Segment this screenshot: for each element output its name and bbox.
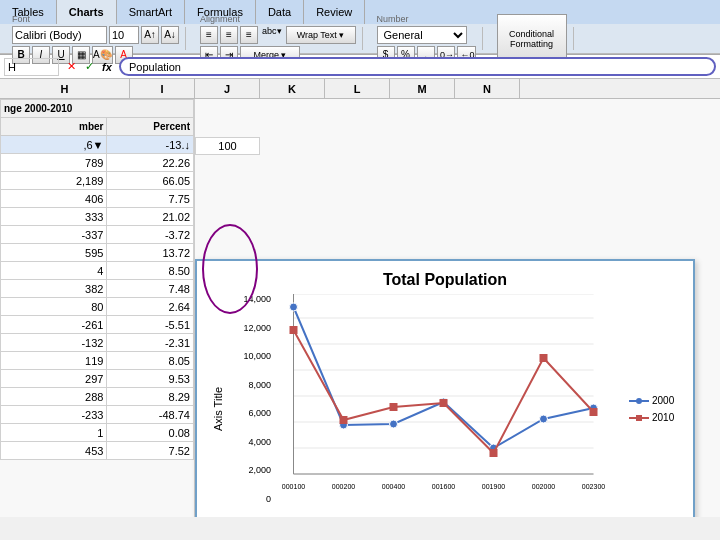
cell-num-15[interactable]: 288 xyxy=(1,388,107,406)
x-tick-1: 000100 xyxy=(282,483,305,490)
legend-icon-2010 xyxy=(629,413,649,423)
series-2010-dot-2 xyxy=(340,416,348,424)
series-2000-dot-6 xyxy=(540,415,548,423)
cell-pct-1[interactable]: -13.↓ xyxy=(107,136,194,154)
series-2000-dot-3 xyxy=(390,420,398,428)
formula-bar: H ✕ ✓ fx Population xyxy=(0,55,720,79)
cell-num-1[interactable]: ,6▼ xyxy=(1,136,107,154)
x-tick-7: 002300 xyxy=(582,483,605,490)
cancel-icon[interactable]: ✕ xyxy=(63,59,79,75)
table-row: -337 -3.72 xyxy=(1,226,194,244)
cell-pct-2[interactable]: 22.26 xyxy=(107,154,194,172)
table-row: 119 8.05 xyxy=(1,352,194,370)
font-grow-btn[interactable]: A↑ xyxy=(141,26,159,44)
col-header-h: H xyxy=(0,79,130,98)
cell-pct-3[interactable]: 66.05 xyxy=(107,172,194,190)
series-2010-dot-7 xyxy=(590,408,598,416)
y-tick-labels: 0 2,000 4,000 6,000 8,000 10,000 12,000 … xyxy=(229,294,274,517)
cell-num-8[interactable]: 4 xyxy=(1,262,107,280)
sub-header-number: mber xyxy=(1,118,107,136)
align-center-btn[interactable]: ≡ xyxy=(220,26,238,44)
confirm-icon[interactable]: ✓ xyxy=(81,59,97,75)
legend-item-2010: 2010 xyxy=(629,412,683,423)
cell-i-value[interactable]: 100 xyxy=(195,137,260,155)
cell-num-2[interactable]: 789 xyxy=(1,154,107,172)
cell-num-5[interactable]: 333 xyxy=(1,208,107,226)
table-row: 789 22.26 xyxy=(1,154,194,172)
chart-plot-area: 0 2,000 4,000 6,000 8,000 10,000 12,000 … xyxy=(229,294,683,517)
table-row: nge 2000-2010 xyxy=(1,100,194,118)
y-tick-8000: 8,000 xyxy=(229,380,271,390)
table-row: 288 8.29 xyxy=(1,388,194,406)
formula-input[interactable]: Population xyxy=(119,57,716,76)
cell-pct-11[interactable]: -5.51 xyxy=(107,316,194,334)
cell-num-16[interactable]: -233 xyxy=(1,406,107,424)
cell-reference: H xyxy=(4,58,59,76)
cell-num-4[interactable]: 406 xyxy=(1,190,107,208)
conditional-formatting-btn[interactable]: Conditional Formatting xyxy=(497,14,567,64)
wrap-text-btn[interactable]: Wrap Text ▾ xyxy=(286,26,356,44)
cell-pct-9[interactable]: 7.48 xyxy=(107,280,194,298)
cell-num-10[interactable]: 80 xyxy=(1,298,107,316)
cell-num-17[interactable]: 1 xyxy=(1,424,107,442)
cell-pct-4[interactable]: 7.75 xyxy=(107,190,194,208)
cell-num-6[interactable]: -337 xyxy=(1,226,107,244)
conditional-group: Conditional Formatting xyxy=(491,27,574,50)
cell-pct-6[interactable]: -3.72 xyxy=(107,226,194,244)
cell-num-18[interactable]: 453 xyxy=(1,442,107,460)
align-left-btn[interactable]: ≡ xyxy=(200,26,218,44)
svg-point-11 xyxy=(636,398,642,404)
font-name-input[interactable] xyxy=(12,26,107,44)
font-size-input[interactable] xyxy=(109,26,139,44)
cell-num-7[interactable]: 595 xyxy=(1,244,107,262)
align-right-btn[interactable]: ≡ xyxy=(240,26,258,44)
cell-pct-12[interactable]: -2.31 xyxy=(107,334,194,352)
cell-num-3[interactable]: 2,189 xyxy=(1,172,107,190)
col-header-m: M xyxy=(390,79,455,98)
series-2000-dot-1 xyxy=(290,303,298,311)
legend-item-2000: 2000 xyxy=(629,395,683,406)
cell-pct-8[interactable]: 8.50 xyxy=(107,262,194,280)
cell-pct-14[interactable]: 9.53 xyxy=(107,370,194,388)
formula-icons: ✕ ✓ fx xyxy=(63,59,115,75)
font-group: Font A↑ A↓ B I U ▦ A🎨 A xyxy=(6,27,186,50)
alignment-label: Alignment xyxy=(200,14,356,24)
cell-pct-18[interactable]: 7.52 xyxy=(107,442,194,460)
cell-num-9[interactable]: 382 xyxy=(1,280,107,298)
number-format-select[interactable]: General xyxy=(377,26,467,44)
font-group-label: Font xyxy=(12,14,179,24)
col-header-k: K xyxy=(260,79,325,98)
cell-pct-10[interactable]: 2.64 xyxy=(107,298,194,316)
table-row: mber Percent xyxy=(1,118,194,136)
font-shrink-btn[interactable]: A↓ xyxy=(161,26,179,44)
alignment-group: Alignment ≡ ≡ ≡ abc▾ Wrap Text ▾ ⇤ ⇥ Mer… xyxy=(194,27,363,50)
data-table: nge 2000-2010 mber Percent ,6▼ -13.↓ 789… xyxy=(0,99,194,460)
cell-num-12[interactable]: -132 xyxy=(1,334,107,352)
cell-pct-16[interactable]: -48.74 xyxy=(107,406,194,424)
abc-label: abc▾ xyxy=(260,26,284,44)
series-2000-line xyxy=(294,307,594,448)
series-2010-dot-6 xyxy=(540,354,548,362)
table-row: 80 2.64 xyxy=(1,298,194,316)
chart-container[interactable]: Total Population Axis Title 0 2,000 4,00… xyxy=(195,259,695,517)
cell-pct-13[interactable]: 8.05 xyxy=(107,352,194,370)
fx-icon[interactable]: fx xyxy=(99,59,115,75)
table-row: ,6▼ -13.↓ xyxy=(1,136,194,154)
formula-text: Population xyxy=(129,61,181,73)
y-tick-2000: 2,000 xyxy=(229,465,271,475)
cell-num-14[interactable]: 297 xyxy=(1,370,107,388)
y-axis-label-container: Axis Title xyxy=(207,294,229,517)
sheet-content: nge 2000-2010 mber Percent ,6▼ -13.↓ 789… xyxy=(0,99,720,517)
x-tick-3: 000400 xyxy=(382,483,405,490)
y-tick-6000: 6,000 xyxy=(229,408,271,418)
cell-pct-7[interactable]: 13.72 xyxy=(107,244,194,262)
svg-rect-13 xyxy=(636,415,642,421)
cell-pct-17[interactable]: 0.08 xyxy=(107,424,194,442)
cell-num-11[interactable]: -261 xyxy=(1,316,107,334)
cell-pct-15[interactable]: 8.29 xyxy=(107,388,194,406)
x-tick-6: 002000 xyxy=(532,483,555,490)
number-group: Number General $ % , .0→ .←0 xyxy=(371,27,483,50)
cell-pct-5[interactable]: 21.02 xyxy=(107,208,194,226)
series-2010-dot-1 xyxy=(290,326,298,334)
cell-num-13[interactable]: 119 xyxy=(1,352,107,370)
